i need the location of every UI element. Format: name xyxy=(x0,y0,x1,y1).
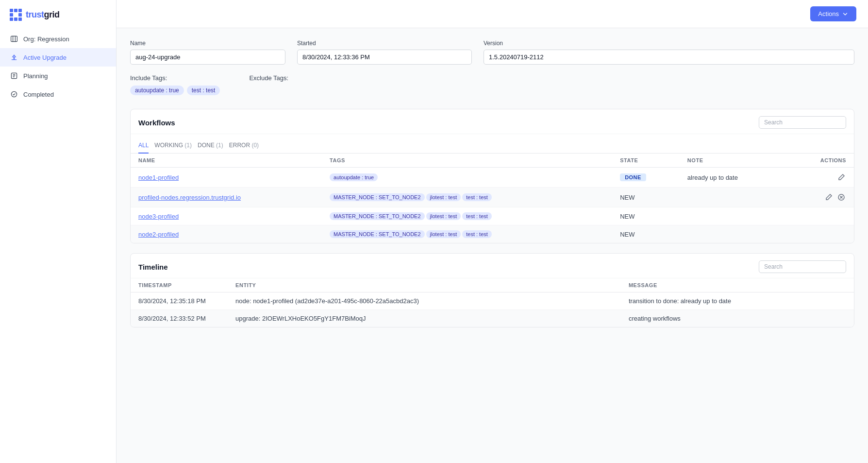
status-badge: NEW xyxy=(620,213,634,220)
workflow-name-link[interactable]: node3-profiled xyxy=(138,213,179,220)
workflow-tag: test : test xyxy=(462,193,492,201)
tags-row: Include Tags: autoupdate : true test : t… xyxy=(130,74,854,95)
started-label: Started xyxy=(297,40,472,47)
include-tags-group: Include Tags: autoupdate : true test : t… xyxy=(130,74,220,95)
workflow-tag: test : test xyxy=(462,230,492,238)
workflow-state-cell: NEW xyxy=(612,225,680,243)
content-area: Name Started Version Include Tags: autou… xyxy=(117,28,868,463)
sidebar-item-planning-label: Planning xyxy=(23,72,48,80)
wf-tab-all[interactable]: ALL xyxy=(138,139,149,154)
status-badge: DONE xyxy=(620,173,646,181)
workflow-tag: test : test xyxy=(462,212,492,220)
sidebar-item-org-label: Org: Regression xyxy=(23,35,69,43)
workflow-state-cell: NEW xyxy=(612,188,680,207)
edit-icon xyxy=(837,173,845,181)
workflow-tag: autoupdate : true xyxy=(330,173,378,181)
workflow-tags-cell: MASTER_NODE : SET_TO_NODE2jlotest : test… xyxy=(322,188,612,207)
actions-button-label: Actions xyxy=(818,10,839,17)
workflow-name-link[interactable]: node2-profiled xyxy=(138,231,179,238)
workflow-tag: jlotest : test xyxy=(426,230,461,238)
actions-button[interactable]: Actions xyxy=(810,6,856,21)
workflow-tag: MASTER_NODE : SET_TO_NODE2 xyxy=(330,230,425,238)
sidebar-item-completed-label: Completed xyxy=(23,91,54,98)
workflow-name-cell: node3-profiled xyxy=(131,207,322,225)
wf-tab-error[interactable]: ERROR (0) xyxy=(229,139,259,154)
org-icon xyxy=(10,34,18,43)
table-row: 8/30/2024, 12:33:52 PMupgrade: 2IOEWrLXH… xyxy=(131,310,854,327)
timeline-entity: upgrade: 2IOEWrLXHoEKO5FgY1FM7BiMoqJ xyxy=(228,310,621,327)
edit-button[interactable] xyxy=(836,172,846,182)
tl-col-entity: ENTITY xyxy=(228,278,621,292)
workflow-actions-cell xyxy=(787,207,854,225)
workflow-name-cell: node1-profiled xyxy=(131,168,322,188)
workflow-tags-cell: MASTER_NODE : SET_TO_NODE2jlotest : test… xyxy=(322,207,612,225)
col-name: NAME xyxy=(131,154,322,168)
table-row: profiled-nodes.regression.trustgrid.ioMA… xyxy=(131,188,854,207)
include-tags-list: autoupdate : true test : test xyxy=(130,86,220,95)
timeline-title: Timeline xyxy=(138,263,168,271)
version-input[interactable] xyxy=(484,50,854,65)
logo-area: trustgrid xyxy=(0,0,116,30)
name-label: Name xyxy=(130,40,285,47)
col-state: STATE xyxy=(612,154,680,168)
timeline-timestamp: 8/30/2024, 12:35:18 PM xyxy=(131,292,228,310)
completed-icon xyxy=(10,90,18,99)
workflow-tag: MASTER_NODE : SET_TO_NODE2 xyxy=(330,193,425,201)
wf-tab-done[interactable]: DONE (1) xyxy=(198,139,223,154)
workflow-state-cell: DONE xyxy=(612,168,680,188)
workflow-note-cell xyxy=(680,225,787,243)
workflow-actions-cell xyxy=(787,168,854,188)
sidebar-item-planning[interactable]: Planning xyxy=(0,67,116,85)
name-input[interactable] xyxy=(130,50,285,65)
wf-tab-working[interactable]: WORKING (1) xyxy=(154,139,192,154)
started-input[interactable] xyxy=(297,50,472,65)
workflows-table: NAME TAGS STATE NOTE ACTIONS node1-profi… xyxy=(131,154,854,243)
timeline-message: transition to done: already up to date xyxy=(621,292,854,310)
table-row: node2-profiledMASTER_NODE : SET_TO_NODE2… xyxy=(131,225,854,243)
workflow-tags-cell: autoupdate : true xyxy=(322,168,612,188)
timeline-entity: node: node1-profiled (ad2de37e-a201-495c… xyxy=(228,292,621,310)
chevron-down-icon xyxy=(842,11,849,17)
timeline-section: Timeline TIMESTAMP ENTITY MESSAGE 8/30/2… xyxy=(130,253,854,327)
edit-icon xyxy=(825,193,833,201)
planning-icon xyxy=(10,71,18,80)
workflow-name-link[interactable]: profiled-nodes.regression.trustgrid.io xyxy=(138,194,241,201)
exclude-tags-label: Exclude Tags: xyxy=(249,74,288,82)
tl-col-timestamp: TIMESTAMP xyxy=(131,278,228,292)
main-content: Actions Name Started Version xyxy=(117,0,868,463)
table-row: 8/30/2024, 12:35:18 PMnode: node1-profil… xyxy=(131,292,854,310)
status-badge: NEW xyxy=(620,231,634,238)
timeline-timestamp: 8/30/2024, 12:33:52 PM xyxy=(131,310,228,327)
tl-col-message: MESSAGE xyxy=(621,278,854,292)
table-row: node1-profiledautoupdate : trueDONEalrea… xyxy=(131,168,854,188)
sidebar-item-org[interactable]: Org: Regression xyxy=(0,30,116,48)
sidebar-item-active-upgrade-label: Active Upgrade xyxy=(23,54,67,61)
sidebar: trustgrid Org: Regression Active Upgrade xyxy=(0,0,117,463)
upgrade-icon xyxy=(10,53,18,62)
workflows-search-input[interactable] xyxy=(759,116,846,129)
workflow-tag: MASTER_NODE : SET_TO_NODE2 xyxy=(330,212,425,220)
workflows-section-header: Workflows xyxy=(131,109,854,134)
timeline-message: creating workflows xyxy=(621,310,854,327)
edit-button[interactable] xyxy=(824,192,834,202)
table-row: node3-profiledMASTER_NODE : SET_TO_NODE2… xyxy=(131,207,854,225)
workflows-title: Workflows xyxy=(138,119,175,127)
timeline-section-header: Timeline xyxy=(131,254,854,278)
cancel-button[interactable] xyxy=(836,192,846,202)
fields-row: Name Started Version xyxy=(130,40,854,65)
workflow-actions-cell xyxy=(787,188,854,207)
workflow-note-cell xyxy=(680,207,787,225)
exclude-tags-group: Exclude Tags: xyxy=(249,74,288,95)
workflows-section: Workflows ALL WORKING (1) DONE (1) ERROR… xyxy=(130,109,854,243)
timeline-search-input[interactable] xyxy=(759,260,846,273)
logo-grid-icon xyxy=(10,9,22,21)
sidebar-item-active-upgrade[interactable]: Active Upgrade xyxy=(0,48,116,67)
workflow-name-link[interactable]: node1-profiled xyxy=(138,174,179,181)
sidebar-item-completed[interactable]: Completed xyxy=(0,85,116,103)
cancel-icon xyxy=(837,193,845,201)
workflow-actions-cell xyxy=(787,225,854,243)
col-tags: TAGS xyxy=(322,154,612,168)
version-label: Version xyxy=(484,40,854,47)
svg-rect-0 xyxy=(11,36,17,41)
workflow-state-cell: NEW xyxy=(612,207,680,225)
